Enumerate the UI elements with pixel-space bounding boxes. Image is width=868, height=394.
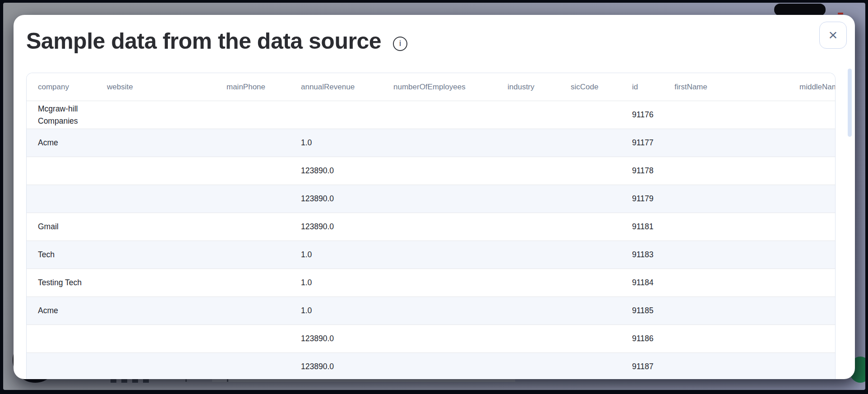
table-cell-id: 91184: [632, 277, 674, 289]
background-button-fragment: [774, 4, 826, 16]
table-row: Gmail123890.091181: [27, 213, 835, 241]
table-cell-annualRevenue: 123890.0: [301, 193, 393, 205]
table-cell-annualRevenue: 123890.0: [301, 165, 393, 177]
table-cell-id: 91186: [632, 333, 674, 345]
table-cell-id: 91185: [632, 305, 674, 317]
table-row: 123890.091178: [27, 157, 835, 185]
table-cell-id: 91187: [632, 361, 674, 373]
table-cell-id: 91178: [632, 165, 674, 177]
table-cell-annualRevenue: 1.0: [301, 305, 393, 317]
table-cell-company: Acme: [38, 137, 107, 149]
table-cell-annualRevenue: 1.0: [301, 277, 393, 289]
close-button[interactable]: ×: [819, 22, 847, 49]
screen-frame: Sample data from the data source i × com…: [0, 0, 868, 394]
table-row: 123890.091179: [27, 185, 835, 213]
column-header-website: website: [107, 81, 226, 93]
sample-data-modal: Sample data from the data source i × com…: [14, 15, 855, 379]
table-cell-id: 91179: [632, 193, 674, 205]
close-icon: ×: [829, 27, 838, 42]
table-body: Mcgraw-hill Companies91176Acme1.09117712…: [27, 101, 835, 379]
column-header-sicCode: sicCode: [571, 81, 632, 93]
table-row: 123890.091186: [27, 324, 835, 352]
table-cell-company: Testing Tech: [38, 277, 107, 289]
table-row: Testing Tech1.091184: [27, 269, 835, 297]
table-cell-id: 91176: [632, 109, 674, 121]
table-cell-company: Gmail: [38, 221, 107, 233]
table-cell-company: Acme: [38, 305, 107, 317]
sample-data-table: companywebsitemainPhoneannualRevenuenumb…: [26, 73, 836, 379]
table-cell-company: Mcgraw-hill Companies: [38, 103, 107, 127]
column-header-numberOfEmployees: numberOfEmployees: [393, 81, 508, 93]
table-cell-annualRevenue: 1.0: [301, 249, 393, 261]
info-icon-glyph: i: [399, 39, 401, 48]
table-cell-annualRevenue: 123890.0: [301, 221, 393, 233]
column-header-id: id: [632, 81, 674, 93]
column-header-middleName: middleName: [799, 81, 836, 93]
modal-title: Sample data from the data source: [26, 28, 381, 55]
table-row: Tech1.091183: [27, 241, 835, 269]
column-header-annualRevenue: annualRevenue: [301, 81, 393, 93]
table-row: Acme1.091185: [27, 297, 835, 324]
dimmed-page-backdrop: Sample data from the data source i × com…: [3, 3, 865, 390]
modal-scrollbar-thumb[interactable]: [848, 69, 852, 137]
table-header-row: companywebsitemainPhoneannualRevenuenumb…: [27, 73, 835, 101]
background-clipped-text-fragment: [111, 379, 152, 383]
column-header-mainPhone: mainPhone: [226, 81, 301, 93]
column-header-industry: industry: [508, 81, 571, 93]
table-row: Mcgraw-hill Companies91176: [27, 101, 835, 129]
info-icon[interactable]: i: [393, 37, 407, 51]
table-cell-id: 91177: [632, 137, 674, 149]
table-cell-annualRevenue: 123890.0: [301, 333, 393, 345]
column-header-firstName: firstName: [674, 81, 799, 93]
background-page-strip: [212, 379, 515, 382]
background-clipped-tick-fragment: [185, 379, 235, 382]
table-cell-annualRevenue: 1.0: [301, 137, 393, 149]
table-row: Acme1.091177: [27, 129, 835, 157]
table-cell-id: 91183: [632, 249, 674, 261]
table-cell-id: 91181: [632, 221, 674, 233]
modal-header: Sample data from the data source i: [14, 15, 855, 55]
table-cell-annualRevenue: 123890.0: [301, 361, 393, 373]
column-header-company: company: [38, 81, 107, 93]
table-row: 123890.091187: [27, 352, 835, 379]
table-cell-company: Tech: [38, 249, 107, 261]
background-red-fragment: [838, 13, 843, 14]
